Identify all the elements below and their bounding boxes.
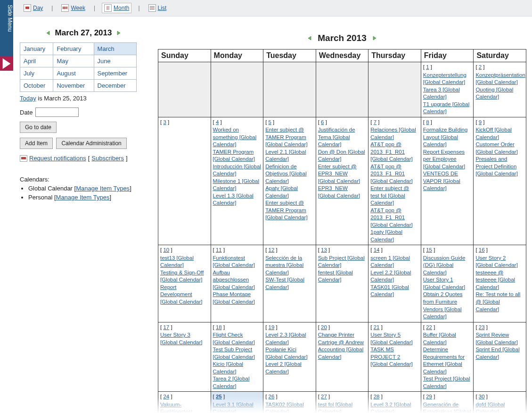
event-link[interactable]: User Story 5 [Global Calendar] <box>370 332 413 345</box>
day-number-link[interactable]: 17 <box>163 324 169 330</box>
day-number-link[interactable]: 20 <box>321 324 327 330</box>
request-notifications-link[interactable]: Request notifications <box>29 155 86 162</box>
today-link[interactable]: Today <box>20 95 36 102</box>
event-link[interactable]: Flight Check [Global Calendar] <box>213 332 255 345</box>
event-link[interactable]: test13 [Global Calendar] <box>160 255 194 268</box>
prev-day-arrow-icon[interactable] <box>45 30 51 36</box>
event-link[interactable]: Change Printer Cartrige @ Andrew Account… <box>318 332 364 360</box>
event-link[interactable]: Tarea 2 [Global Calendar] <box>213 376 250 389</box>
prev-month-arrow-icon[interactable] <box>306 35 313 41</box>
event-link[interactable]: Enter subject @ TAMER Program [Global Ca… <box>265 200 308 220</box>
month-cell-september[interactable]: September <box>94 67 136 80</box>
event-link[interactable]: Discussion Guide (DG) [Global Calendar] <box>423 255 465 275</box>
event-link[interactable]: Don @ Don [Global Calendar] <box>318 149 365 162</box>
event-link[interactable]: Konzepterstellung [Global Calendar] <box>423 72 467 85</box>
event-link[interactable]: Report Development [Global Calendar] <box>160 284 203 305</box>
side-menu[interactable]: Side Menu <box>0 0 13 71</box>
day-number-link[interactable]: 1 <box>426 64 429 70</box>
event-link[interactable]: 1paty [Global Calendar] <box>370 229 402 242</box>
event-link[interactable]: Introducción [Global Calendar] <box>213 164 261 177</box>
event-link[interactable]: VENTEOS DE VAPOR [Global Calendar] <box>423 171 460 191</box>
next-month-arrow-icon[interactable] <box>371 35 378 41</box>
event-link[interactable]: EPR3_NEW [Global Calendar] <box>318 185 360 198</box>
day-number-link[interactable]: 4 <box>216 119 219 125</box>
add-item-button[interactable]: Add Item <box>20 138 53 149</box>
event-link[interactable]: Vakuum-Funktionstest [Global Calendar] <box>160 402 203 413</box>
day-number-link[interactable]: 15 <box>426 247 432 253</box>
event-link[interactable]: User Story 1 [Global Calendar] <box>423 277 466 290</box>
event-link[interactable]: Formalize Building Layout [Global Calend… <box>423 127 468 147</box>
event-link[interactable]: Level 3.1 [Global Calendar] <box>213 402 254 413</box>
event-link[interactable]: Sub Project [Global Calendar] <box>318 255 365 268</box>
day-number-link[interactable]: 11 <box>216 247 222 253</box>
month-cell-june[interactable]: June <box>94 55 136 67</box>
day-number-link[interactable]: 29 <box>426 394 432 399</box>
event-link[interactable]: Test Project [Global Calendar] <box>423 376 470 389</box>
event-link[interactable]: Relaciones [Global Calendar] <box>370 127 416 140</box>
day-number-link[interactable]: 7 <box>374 119 376 125</box>
day-number-link[interactable]: 26 <box>269 394 275 399</box>
goto-date-button[interactable]: Go to date <box>20 122 57 133</box>
event-link[interactable]: screen 1 [Global Calendar] <box>370 255 410 268</box>
month-cell-april[interactable]: April <box>20 55 53 67</box>
event-link[interactable]: Report Expenses per Employee [Global Cal… <box>423 149 466 169</box>
event-link[interactable]: dgfd [Global Calendar] <box>475 402 505 413</box>
day-number-link[interactable]: 19 <box>269 324 275 330</box>
event-link[interactable]: Buffer [Global Calendar] <box>423 332 456 345</box>
day-number-link[interactable]: 8 <box>426 119 429 125</box>
event-link[interactable]: Aufbau abgeschlossen [Global Calendar] <box>213 270 255 290</box>
event-link[interactable]: Milestone 1 [Global Calendar] <box>213 178 259 191</box>
event-link[interactable]: Presales and Project Definition [Global … <box>475 156 518 176</box>
next-day-arrow-icon[interactable] <box>115 30 122 36</box>
subscribers-link[interactable]: Subscribers <box>91 155 124 162</box>
event-link[interactable]: TASK01 [Global Calendar] <box>370 284 409 297</box>
event-link[interactable]: Tarea 3 [Global Calendar] <box>423 87 460 100</box>
view-list[interactable]: List <box>147 3 169 13</box>
day-number-link[interactable]: 18 <box>216 324 222 330</box>
event-link[interactable]: Level 2 [Global Calendar] <box>265 361 302 374</box>
event-link[interactable]: AT&T pop @ 2013_F1_R01 [Global Calendar] <box>370 164 413 184</box>
day-number-link[interactable]: 2 <box>479 64 482 70</box>
day-number-link[interactable]: 3 <box>163 119 166 125</box>
day-number-link[interactable]: 22 <box>426 324 432 330</box>
event-link[interactable]: Sprint End [Global Calendar] <box>475 347 519 360</box>
event-link[interactable]: Level 3.2 [Global Calendar] <box>370 402 411 413</box>
event-link[interactable]: Enter subject @ test fol [Global Calenda… <box>370 185 409 206</box>
day-number-link[interactable]: 27 <box>321 394 327 399</box>
event-link[interactable]: Customer Order [Global Calendar] <box>475 141 518 155</box>
event-link[interactable]: User Story 2 [Global Calendar] <box>475 255 518 268</box>
event-link[interactable]: Testing & Sign-Off [Global Calendar] <box>160 270 204 283</box>
month-cell-december[interactable]: December <box>94 80 136 92</box>
day-number-link[interactable]: 14 <box>374 247 380 253</box>
event-link[interactable]: TASK02 [Global Calendar] <box>265 402 304 413</box>
event-link[interactable]: Generación de Estadísticas [Global Calen… <box>423 402 471 413</box>
event-link[interactable]: Funktionstest [Global Calendar] <box>213 255 255 268</box>
event-link[interactable]: Level 2.3 [Global Calendar] <box>265 332 306 345</box>
day-number-link[interactable]: 30 <box>479 394 485 399</box>
date-input[interactable] <box>35 107 79 117</box>
event-link[interactable]: Konzeptpräsentation [Global Calendar] <box>475 72 525 85</box>
event-link[interactable]: Level 1.3 [Global Calendar] <box>213 193 254 206</box>
day-number-link[interactable]: 21 <box>374 324 380 330</box>
calendar-admin-button[interactable]: Calendar Administration <box>56 138 126 149</box>
month-cell-november[interactable]: November <box>53 80 94 92</box>
view-week[interactable]: Week <box>59 3 87 13</box>
event-link[interactable]: TASK MS PROJECT 2 [Global Calendar] <box>370 347 413 367</box>
event-link[interactable]: Re: Test note to all @ [Global Calendar] <box>475 291 520 312</box>
event-link[interactable]: fentest [Global Calendar] <box>318 270 353 283</box>
month-cell-october[interactable]: October <box>20 80 53 92</box>
month-cell-january[interactable]: January <box>20 43 53 55</box>
day-number-link[interactable]: 12 <box>269 247 275 253</box>
event-link[interactable]: Level 2.2 [Global Calendar] <box>370 270 411 283</box>
event-link[interactable]: SW-Test [Global Calendar] <box>265 277 304 290</box>
manage-item-types-link[interactable]: Manage Item Types <box>76 185 130 192</box>
day-number-link[interactable]: 23 <box>479 324 485 330</box>
event-link[interactable]: Selección de la muestra [Global Calendar… <box>265 255 303 275</box>
event-link[interactable]: Enter subject @ EPR3_NEW [Global Calenda… <box>318 164 360 184</box>
day-number-link[interactable]: 10 <box>163 247 169 253</box>
event-link[interactable]: Phase Montage [Global Calendar] <box>213 291 255 305</box>
view-month[interactable]: Month <box>102 3 131 13</box>
month-cell-july[interactable]: July <box>20 67 53 80</box>
day-number-link[interactable]: 5 <box>269 119 271 125</box>
event-link[interactable]: Worked on something [Global Calendar] <box>213 127 257 147</box>
